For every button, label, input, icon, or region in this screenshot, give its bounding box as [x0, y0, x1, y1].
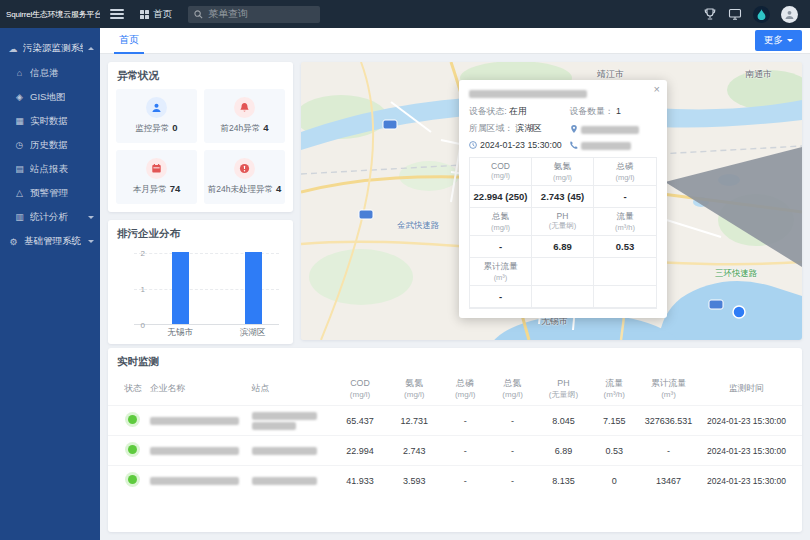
home-grid-icon: [140, 10, 149, 19]
app-logo: Squirrel生态环境云服务平台: [0, 9, 100, 20]
avatar[interactable]: [781, 6, 798, 23]
nh3-cell: 2.743: [387, 446, 441, 456]
abnormal-status-panel: 异常状况 监控异常0前24h异常4本月异常74前24h未处理异常4: [108, 62, 293, 212]
time-cell: 2024-01-23 15:30:00: [699, 446, 794, 456]
stat-card-前24h未处理异常[interactable]: 前24h未处理异常4: [204, 150, 285, 204]
total-flow-cell: 327636.531: [638, 416, 699, 426]
table-row[interactable]: 41.9333.593--8.1350134672024-01-23 15:30…: [108, 465, 802, 495]
popup-time: 2024-01-23 15:30:00: [469, 140, 570, 150]
col-header-COD: COD(mg/l): [333, 378, 387, 400]
more-button[interactable]: 更多: [755, 30, 802, 51]
report-icon: ▤: [14, 164, 25, 174]
tp-cell: -: [441, 416, 488, 426]
stat-card-前24h异常[interactable]: 前24h异常4: [204, 89, 285, 143]
sidebar-menu-基础管理系统[interactable]: ⚙基础管理系统: [0, 229, 100, 254]
pin-icon: [570, 125, 578, 133]
total-flow-cell: -: [638, 446, 699, 456]
col-header-企业名称: 企业名称: [150, 383, 252, 394]
flow-cell: 0.53: [591, 446, 638, 456]
map-icon: ◈: [14, 92, 25, 102]
enterprise-name-cell: [150, 416, 252, 426]
trophy-icon[interactable]: [703, 7, 717, 21]
stat-card-text: 本月异常74: [133, 183, 181, 196]
cod-cell: 65.437: [333, 416, 387, 426]
tp-cell: -: [441, 476, 488, 486]
calendar-icon: [146, 158, 167, 179]
chart-plot-area: 210无锡市滨湖区: [134, 253, 279, 325]
enterprise-name-cell: [150, 446, 252, 456]
popup-region: 所属区域： 滨湖区: [469, 123, 570, 135]
map-point-marker[interactable]: [733, 306, 745, 318]
topbar: Squirrel生态环境云服务平台 首页 菜单查询: [0, 0, 810, 28]
stat-card-本月异常[interactable]: 本月异常74: [116, 150, 197, 204]
sidebar-item-GIS地图[interactable]: ◈GIS地图: [0, 85, 100, 109]
site-cell: [252, 412, 333, 430]
col-header-总氮: 总氮(mg/l): [489, 378, 536, 400]
popup-metric-empty: [594, 258, 656, 286]
breadcrumb-home: 首页: [153, 8, 172, 21]
sidebar-item-统计分析[interactable]: ▥统计分析: [0, 205, 100, 229]
map-panel[interactable]: 靖江市南通市江阴市常州市武进区金武快速路滨湖区无锡市三环快速路 × 设备状态: …: [301, 62, 802, 340]
table-row[interactable]: 22.9942.743--6.890.53-2024-01-23 15:30:0…: [108, 435, 802, 465]
breadcrumb[interactable]: 首页: [140, 8, 172, 21]
realtime-table-title: 实时监测: [108, 348, 802, 373]
alert-icon: [234, 158, 255, 179]
tn-cell: -: [489, 416, 536, 426]
chart-ytick: 0: [133, 321, 145, 330]
menu-search-input[interactable]: 菜单查询: [188, 6, 320, 23]
table-row[interactable]: 65.43712.731--8.0457.155327636.5312024-0…: [108, 405, 802, 435]
cloud-icon: ☁: [8, 44, 18, 54]
water-drop-logo-icon[interactable]: [753, 6, 770, 23]
popup-device-status: 设备状态: 在用: [469, 106, 570, 118]
popup-metric-value-PH: 6.89: [532, 236, 594, 258]
popup-info-grid: 设备状态: 在用 设备数量： 1 所属区域： 滨湖区 2024-01-23 15…: [469, 106, 657, 150]
sidebar-item-预警管理[interactable]: △预警管理: [0, 181, 100, 205]
popup-metric-header-氨氮: 氨氮(mg/l): [532, 158, 594, 186]
chevron-down-icon: [787, 39, 793, 45]
col-header-PH: PH(无量纲): [536, 378, 590, 400]
tn-cell: -: [489, 446, 536, 456]
popup-metric-empty: [532, 286, 594, 308]
enterprise-bar-chart: 210无锡市滨湖区: [118, 247, 283, 343]
sidebar-menu-污染源监测系统[interactable]: ☁污染源监测系统: [0, 36, 100, 61]
col-header-累计流量: 累计流量(m³): [638, 378, 699, 400]
stat-card-text: 监控异常0: [135, 122, 177, 135]
monitor-icon[interactable]: [728, 7, 742, 21]
sidebar-item-站点报表[interactable]: ▤站点报表: [0, 157, 100, 181]
popup-metrics-table: COD(mg/l)氨氮(mg/l)总磷(mg/l)22.994 (250)2.7…: [469, 157, 657, 309]
cod-cell: 22.994: [333, 446, 387, 456]
close-icon[interactable]: ×: [654, 84, 660, 95]
total-flow-cell: 13467: [638, 476, 699, 486]
popup-metric-value-总氮: -: [470, 236, 532, 258]
col-header-氨氮: 氨氮(mg/l): [387, 378, 441, 400]
col-header-总磷: 总磷(mg/l): [441, 378, 488, 400]
menu-toggle-icon[interactable]: [110, 9, 124, 19]
status-cell: [116, 415, 150, 426]
sidebar-item-历史数据[interactable]: ◷历史数据: [0, 133, 100, 157]
sidebar-item-label: 历史数据: [30, 139, 68, 152]
chart-xlabel: 无锡市: [150, 327, 210, 339]
popup-metric-header-流量: 流量(m³/h): [594, 208, 656, 236]
ph-cell: 8.045: [536, 416, 590, 426]
status-dot-online: [128, 475, 137, 484]
tab-home[interactable]: 首页: [114, 28, 144, 54]
chevron-down-icon: [88, 240, 94, 246]
nh3-cell: 12.731: [387, 416, 441, 426]
popup-metric-value-COD: 22.994 (250): [470, 186, 532, 208]
popup-metric-value-累计流量: -: [470, 286, 532, 308]
stats-icon: ▥: [14, 212, 25, 222]
sidebar-item-label: 站点报表: [30, 163, 68, 176]
map-label-南通市: 南通市: [745, 68, 772, 81]
stat-card-监控异常[interactable]: 监控异常0: [116, 89, 197, 143]
sidebar-item-信息港[interactable]: ⌂信息港: [0, 61, 100, 85]
popup-address: [570, 124, 657, 134]
popup-metric-empty: [532, 258, 594, 286]
popup-metric-empty: [594, 286, 656, 308]
sidebar-item-实时数据[interactable]: ▦实时数据: [0, 109, 100, 133]
ph-cell: 8.135: [536, 476, 590, 486]
search-icon: [194, 10, 203, 19]
chart-bar-滨湖区: [245, 252, 262, 324]
table-body: 65.43712.731--8.0457.155327636.5312024-0…: [108, 405, 802, 495]
time-cell: 2024-01-23 15:30:00: [699, 476, 794, 486]
sidebar-item-label: 实时数据: [30, 115, 68, 128]
